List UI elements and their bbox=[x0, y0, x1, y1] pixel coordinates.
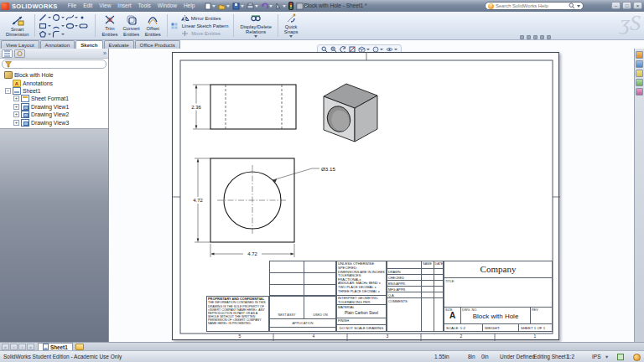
chevron-down-icon[interactable] bbox=[212, 5, 216, 8]
close-button[interactable]: × bbox=[633, 2, 642, 9]
line-tool[interactable] bbox=[39, 13, 51, 22]
tree-item-part[interactable]: Block with Hole bbox=[2, 71, 108, 79]
chevron-down-icon[interactable] bbox=[289, 35, 293, 38]
units-chevron-icon[interactable]: ▾ bbox=[605, 351, 608, 362]
first-sheet-button[interactable]: « bbox=[2, 344, 9, 350]
add-sheet-button[interactable] bbox=[75, 344, 84, 350]
chevron-down-icon[interactable] bbox=[226, 5, 230, 8]
tolerance-line: THREE PLACE DECIMAL ± bbox=[338, 290, 385, 294]
menu-window[interactable]: Window bbox=[154, 0, 180, 12]
chevron-down-icon[interactable] bbox=[380, 49, 383, 50]
graphics-area[interactable]: 2.36 4.72 4.72 bbox=[109, 40, 644, 342]
tree-item-drawing-view2[interactable]: + Drawing View2 bbox=[2, 111, 108, 118]
menu-view[interactable]: View bbox=[96, 0, 114, 12]
offset-entities-button[interactable]: Offset Entities bbox=[143, 14, 164, 37]
quick-snaps-button[interactable]: Quick Snaps bbox=[282, 13, 300, 39]
point-tool[interactable] bbox=[79, 13, 91, 22]
convert-entities-button[interactable]: Convert Entities bbox=[120, 14, 142, 37]
material-label: MATERIAL bbox=[338, 306, 385, 310]
proprietary-body: THE INFORMATION CONTAINED IN THIS DRAWIN… bbox=[208, 301, 267, 325]
tree-filter-input[interactable] bbox=[2, 59, 106, 69]
tree-item-sheet1[interactable]: − Sheet1 bbox=[2, 87, 108, 95]
sheet-properties-icon[interactable] bbox=[617, 354, 624, 360]
spline-tool[interactable] bbox=[65, 13, 78, 22]
tab-sketch[interactable]: Sketch bbox=[75, 40, 102, 49]
slot-tool[interactable] bbox=[79, 22, 91, 30]
approval-row: ENG APPR. bbox=[387, 280, 443, 286]
mirror-entities-button[interactable]: Mirror Entities bbox=[180, 15, 221, 22]
dim-top-height[interactable]: 2.36 bbox=[191, 105, 201, 110]
arc-tool[interactable] bbox=[52, 22, 65, 30]
tab-view-layout[interactable]: View Layout bbox=[1, 40, 39, 49]
last-sheet-button[interactable]: » bbox=[27, 344, 34, 350]
smart-dimension-button[interactable]: Smart Dimension bbox=[3, 14, 31, 38]
mini-icon[interactable] bbox=[533, 35, 538, 39]
design-library-icon[interactable] bbox=[636, 60, 643, 68]
linear-sketch-pattern-button[interactable]: Linear Sketch Pattern bbox=[171, 23, 231, 29]
next-sheet-button[interactable]: › bbox=[18, 344, 26, 350]
drawing-view-isometric[interactable] bbox=[324, 84, 377, 142]
drawing-sheet[interactable]: 2.36 4.72 4.72 bbox=[172, 52, 559, 340]
tree-item-drawing-view3[interactable]: + Drawing View3 bbox=[2, 118, 108, 126]
mini-icon[interactable] bbox=[527, 35, 531, 39]
chevron-down-icon[interactable] bbox=[577, 5, 580, 8]
expand-expander[interactable]: + bbox=[13, 104, 19, 110]
dim-front-width[interactable]: 4.72 bbox=[247, 251, 257, 256]
panel-expand-chevron[interactable]: » bbox=[103, 50, 106, 56]
tree-item-annotations[interactable]: A Annotations bbox=[2, 79, 108, 86]
panel-header: » bbox=[0, 49, 108, 59]
expand-expander[interactable]: + bbox=[13, 96, 19, 101]
menu-help[interactable]: Help bbox=[180, 0, 198, 12]
quick-tips-icon[interactable] bbox=[633, 354, 641, 361]
dim-front-height[interactable]: 4.72 bbox=[193, 198, 203, 203]
menu-file[interactable]: File bbox=[65, 0, 80, 12]
file-explorer-icon[interactable] bbox=[636, 70, 643, 77]
sheet1-tab[interactable]: Sheet1 bbox=[38, 343, 73, 350]
view-palette-icon[interactable] bbox=[636, 79, 643, 86]
tree-item-sheet-format1[interactable]: + Sheet Format1 bbox=[2, 95, 108, 102]
drawing-view-icon bbox=[21, 103, 29, 111]
property-manager-tab[interactable] bbox=[14, 49, 25, 58]
polygon-tool[interactable] bbox=[39, 30, 51, 39]
minimize-button[interactable]: – bbox=[611, 2, 621, 9]
fillet-tool[interactable] bbox=[52, 30, 65, 39]
display-delete-relations-button[interactable]: Display/Delete Relations bbox=[237, 13, 273, 39]
move-entities-button[interactable]: Move Entities bbox=[180, 30, 221, 37]
chevron-down-icon[interactable] bbox=[241, 5, 244, 8]
search-icon[interactable] bbox=[569, 3, 575, 9]
drawing-view-top[interactable]: 2.36 bbox=[187, 85, 296, 129]
zone-label: 1 bbox=[531, 334, 539, 339]
circle-tool[interactable] bbox=[52, 13, 65, 22]
appearances-icon[interactable] bbox=[636, 88, 643, 96]
expand-expander[interactable]: + bbox=[13, 111, 19, 117]
chevron-down-icon[interactable] bbox=[366, 49, 370, 50]
new-document-button[interactable] bbox=[205, 3, 216, 10]
drawing-view-front[interactable]: 4.72 4.72 Ø3.15 bbox=[189, 158, 335, 257]
trim-entities-button[interactable]: Trim Entities bbox=[99, 14, 120, 37]
search-input[interactable]: ? Search SolidWorks Help bbox=[485, 2, 584, 10]
open-document-button[interactable] bbox=[218, 3, 230, 10]
save-button[interactable] bbox=[232, 3, 244, 10]
menu-insert[interactable]: Insert bbox=[114, 0, 134, 12]
menu-tools[interactable]: Tools bbox=[135, 0, 154, 12]
feature-manager-tab[interactable] bbox=[2, 49, 13, 58]
prev-sheet-button[interactable]: ‹ bbox=[10, 344, 18, 350]
mini-icon[interactable] bbox=[547, 35, 551, 39]
mini-icon[interactable] bbox=[520, 35, 524, 39]
chevron-down-icon[interactable] bbox=[394, 49, 397, 50]
tree-item-drawing-view1[interactable]: + Drawing View1 bbox=[2, 103, 108, 111]
chevron-down-icon[interactable] bbox=[254, 35, 257, 38]
collapse-expander[interactable]: − bbox=[5, 88, 11, 94]
solidworks-resources-icon[interactable] bbox=[636, 51, 643, 59]
rectangle-tool[interactable] bbox=[39, 22, 51, 30]
menu-edit[interactable]: Edit bbox=[80, 0, 96, 12]
tab-office-products[interactable]: Office Products bbox=[135, 40, 180, 49]
units-selector[interactable]: IPS bbox=[592, 351, 600, 362]
tab-evaluate[interactable]: Evaluate bbox=[104, 40, 134, 49]
tab-annotation[interactable]: Annotation bbox=[40, 40, 75, 49]
dim-hole-diameter[interactable]: Ø3.15 bbox=[321, 166, 335, 172]
mini-icon[interactable] bbox=[540, 35, 544, 39]
ellipse-tool[interactable] bbox=[65, 22, 78, 30]
expand-expander[interactable]: + bbox=[13, 120, 19, 126]
restore-button[interactable]: □ bbox=[622, 2, 631, 9]
